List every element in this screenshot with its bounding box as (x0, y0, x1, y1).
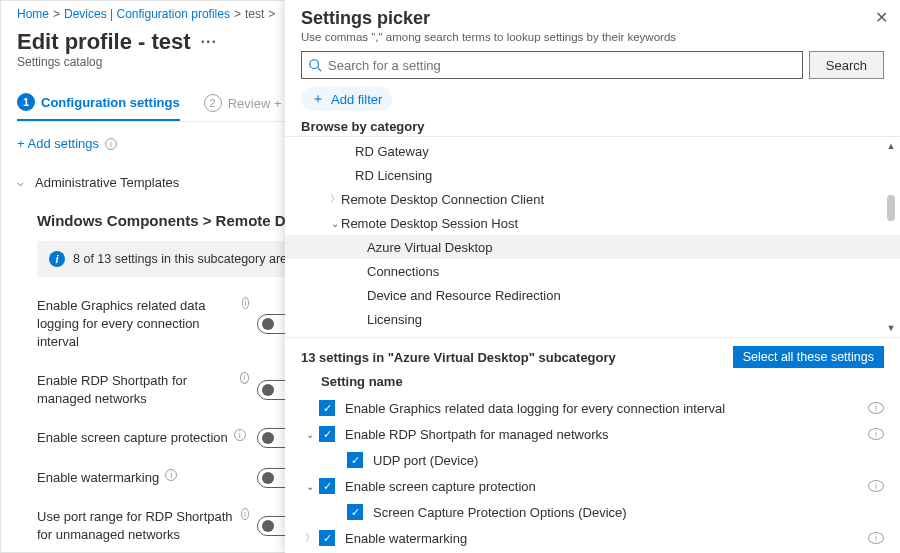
add-filter-button[interactable]: ＋ Add filter (301, 87, 392, 111)
info-icon[interactable]: i (165, 469, 177, 481)
column-header-setting-name: Setting name (285, 372, 900, 395)
setting-row-graphics-logging: Enable Graphics related data logging for… (17, 287, 297, 362)
info-icon[interactable]: i (868, 532, 884, 544)
setting-row-watermarking: Enable watermarkingi (17, 458, 297, 498)
more-icon[interactable]: ··· (201, 33, 217, 51)
checkbox-icon[interactable]: ✓ (319, 530, 335, 546)
tree-item-licensing[interactable]: Licensing (285, 307, 900, 331)
setting-row-screen-capture: Enable screen capture protectioni (17, 418, 297, 458)
info-icon[interactable]: i (868, 428, 884, 440)
tree-item-device-redirection[interactable]: Device and Resource Redirection (285, 283, 900, 307)
checkbox-icon[interactable]: ✓ (319, 478, 335, 494)
result-count: 13 settings in "Azure Virtual Desktop" s… (301, 350, 616, 365)
info-icon[interactable]: i (242, 297, 249, 309)
chevron-right-icon[interactable]: 〉 (301, 531, 319, 545)
info-icon[interactable]: i (868, 480, 884, 492)
info-icon[interactable]: i (105, 138, 117, 150)
checkbox-icon[interactable]: ✓ (319, 400, 335, 416)
tree-item-connections[interactable]: Connections (285, 259, 900, 283)
setting-item[interactable]: ⌄✓ Enable RDP Shortpath for managed netw… (301, 421, 884, 447)
checkbox-icon[interactable]: ✓ (347, 504, 363, 520)
panel-title: Settings picker (301, 8, 884, 29)
scroll-up-icon[interactable]: ▲ (884, 139, 898, 153)
setting-item[interactable]: 〉✓ Enable watermarkingi (301, 525, 884, 551)
svg-line-1 (318, 68, 322, 72)
checkbox-icon[interactable]: ✓ (319, 426, 335, 442)
chevron-right-icon: 〉 (329, 192, 341, 206)
tree-item-rd-licensing[interactable]: RD Licensing (285, 163, 900, 187)
breadcrumb-home[interactable]: Home (17, 7, 49, 21)
checkbox-icon[interactable]: ✓ (347, 452, 363, 468)
info-icon[interactable]: i (234, 429, 246, 441)
info-icon[interactable]: i (240, 372, 249, 384)
tree-item-printer-redirection[interactable]: Printer Redirection (285, 331, 900, 333)
setting-subitem[interactable]: ✓ UDP port (Device) (301, 447, 884, 473)
chevron-down-icon (17, 176, 27, 189)
chevron-down-icon[interactable]: ⌄ (301, 429, 319, 440)
info-icon: i (49, 251, 65, 267)
setting-subitem[interactable]: ✓ Screen Capture Protection Options (Dev… (301, 499, 884, 525)
svg-point-0 (310, 60, 319, 69)
scroll-down-icon[interactable]: ▼ (884, 321, 898, 335)
select-all-button[interactable]: Select all these settings (733, 346, 884, 368)
tree-item-rdsh[interactable]: ⌄Remote Desktop Session Host (285, 211, 900, 235)
setting-row-rdp-shortpath-managed: Enable RDP Shortpath for managed network… (17, 362, 297, 418)
plus-icon: ＋ (311, 90, 325, 108)
search-button[interactable]: Search (809, 51, 884, 79)
breadcrumb-devices[interactable]: Devices | Configuration profiles (64, 7, 230, 21)
setting-item[interactable]: ✓ Enable Graphics related data logging f… (301, 395, 884, 421)
setting-item[interactable]: ⌄✓ Enable screen capture protectioni (301, 473, 884, 499)
chevron-down-icon[interactable]: ⌄ (301, 481, 319, 492)
setting-row-port-range: Use port range for RDP Shortpath for unm… (17, 498, 297, 553)
panel-subtitle: Use commas "," among search terms to loo… (301, 31, 884, 43)
step-configuration-settings[interactable]: 1Configuration settings (17, 93, 180, 121)
search-input[interactable] (328, 58, 796, 73)
settings-picker-panel: Settings picker Use commas "," among sea… (285, 0, 900, 553)
breadcrumb-current[interactable]: test (245, 7, 264, 21)
browse-by-category-label: Browse by category (285, 115, 900, 136)
tree-scrollbar[interactable]: ▲ ▼ (884, 139, 898, 335)
close-icon[interactable]: ✕ (875, 8, 888, 27)
page-title: Edit profile - test (17, 29, 191, 55)
tree-item-avd[interactable]: Azure Virtual Desktop (285, 235, 900, 259)
category-tree: RD Gateway RD Licensing 〉Remote Desktop … (285, 136, 900, 338)
search-input-wrapper[interactable] (301, 51, 803, 79)
tree-item-rdc-client[interactable]: 〉Remote Desktop Connection Client (285, 187, 900, 211)
info-icon[interactable]: i (868, 402, 884, 414)
info-icon[interactable]: i (241, 508, 249, 520)
scroll-thumb[interactable] (887, 195, 895, 221)
tree-item-rd-gateway[interactable]: RD Gateway (285, 139, 900, 163)
settings-list: ✓ Enable Graphics related data logging f… (285, 395, 900, 553)
chevron-down-icon: ⌄ (329, 218, 341, 229)
search-icon (308, 58, 322, 72)
